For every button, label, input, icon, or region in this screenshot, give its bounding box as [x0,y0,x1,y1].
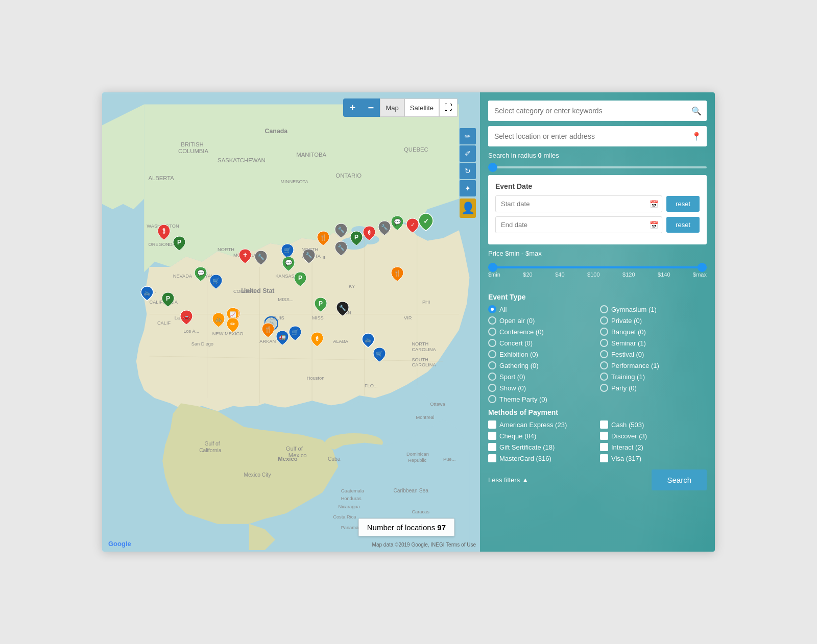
map-pin-truck: 🚛 [276,330,289,348]
filter-item-visa[interactable]: Visa (317) [600,454,707,462]
map-pin-chat1: 💬 [391,215,404,233]
map-pin-bitcoin2: ₿ [363,225,376,243]
svg-text:✓: ✓ [423,217,429,225]
zoom-in-button[interactable]: + [343,98,362,117]
filter-item-interact[interactable]: Interact (2) [600,443,707,451]
filter-item-performance[interactable]: Performance (1) [600,361,707,369]
svg-text:ONTARIO: ONTARIO [335,172,362,179]
map-pin-chat-green: 💬 [194,266,207,284]
svg-text:💬: 💬 [285,259,293,266]
svg-text:NORTH: NORTH [412,341,428,346]
svg-text:VIR: VIR [404,315,412,320]
svg-text:Dominican: Dominican [406,452,429,457]
location-search-input[interactable] [488,126,707,146]
svg-text:MANITOBA: MANITOBA [296,152,326,158]
price-section: Price $min - $max $min $20 $40 $100 $120… [488,250,707,288]
payment-grid: American Express (23) Cash (503) Cheque … [488,420,707,462]
event-type-grid: All Gymnasium (1) Open air (0) Private (… [488,305,707,403]
google-logo: Google [108,540,131,548]
radio-themeparty [488,395,496,403]
svg-text:🍴: 🍴 [320,234,327,241]
price-thumb-max[interactable] [698,263,707,272]
map-type-button[interactable]: Map [380,98,404,117]
radius-slider[interactable] [488,166,707,168]
filter-item-cash[interactable]: Cash (503) [600,420,707,429]
chevron-up-icon: ▲ [522,476,528,484]
category-search-icon-button[interactable]: 🔍 [691,106,702,116]
svg-text:Republic: Republic [408,458,426,463]
category-search-wrapper: 🔍 [488,101,707,121]
filter-item-gathering[interactable]: Gathering (0) [488,361,595,369]
checkbox-gift [488,443,496,451]
filter-item-banquet[interactable]: Banquet (0) [600,328,707,336]
filter-item-mastercard[interactable]: MasterCard (316) [488,454,595,462]
checkbox-interact [600,443,608,451]
category-search-input[interactable] [488,101,707,121]
filter-item-conference[interactable]: Conference (0) [488,328,595,336]
filter-item-openair[interactable]: Open air (0) [488,316,595,325]
filter-item-party[interactable]: Party (0) [600,384,707,392]
svg-text:COLUMBIA: COLUMBIA [178,148,208,154]
svg-text:Canada: Canada [265,128,288,135]
filter-item-themeparty[interactable]: Theme Party (0) [488,395,595,403]
start-date-row: 📅 reset [495,195,700,212]
end-date-reset-button[interactable]: reset [666,217,700,233]
fullscreen-button[interactable]: ⛶ [439,98,458,117]
svg-text:🔧: 🔧 [381,224,388,231]
filter-item-festival[interactable]: Festival (0) [600,350,707,358]
map-pin-wrench3: 🔧 [378,220,391,238]
refresh-tool-button[interactable]: ↻ [460,163,476,179]
svg-text:Pue...: Pue... [443,457,455,462]
map-pin-fork3: 🍴 [261,322,275,340]
svg-text:Guatemala: Guatemala [341,488,365,493]
svg-text:KY: KY [349,284,355,289]
end-date-input[interactable] [495,216,662,233]
svg-text:SASKATCHEWAN: SASKATCHEWAN [218,157,266,163]
price-labels: $min $20 $40 $100 $120 $140 $max [488,271,707,278]
filter-item-cheque[interactable]: Cheque (84) [488,432,595,440]
price-fill [488,266,707,268]
zoom-out-button[interactable]: − [362,98,380,117]
filter-item-seminar[interactable]: Seminar (1) [600,339,707,347]
radio-conference [488,328,496,336]
filter-item-gift[interactable]: Gift Sertificate (18) [488,443,595,451]
filter-item-sport[interactable]: Sport (0) [488,373,595,381]
filter-item-all[interactable]: All [488,305,595,313]
less-filters-link[interactable]: Less filters ▲ [488,476,528,484]
svg-text:+: + [243,251,247,259]
svg-text:🛒: 🛒 [212,277,220,284]
svg-text:BRITISH: BRITISH [181,141,204,147]
map-pin-fork1: 🍴 [317,230,330,249]
map-pin-p1: P [173,235,186,254]
edit-tool-button[interactable]: ✐ [460,145,476,162]
draw-tool-button[interactable]: ✏ [460,128,476,144]
svg-text:🚲: 🚲 [215,315,222,323]
map-pin-green-check: ✓ [418,212,434,234]
search-button[interactable]: Search [652,469,707,490]
satellite-type-button[interactable]: Satellite [404,98,439,117]
svg-text:SOUTH: SOUTH [412,357,428,362]
price-thumb-min[interactable] [488,263,497,272]
svg-text:MISS: MISS [312,315,324,320]
marker-tool-button[interactable]: ✦ [460,180,476,196]
radius-section: Search in radius 0 miles [488,152,707,170]
svg-text:🛒: 🛒 [284,246,291,254]
filter-item-exhibition[interactable]: Exhibition (0) [488,350,595,358]
radio-concert [488,339,496,347]
start-date-reset-button[interactable]: reset [666,196,700,212]
filter-item-discover[interactable]: Discover (3) [600,432,707,440]
filter-item-show[interactable]: Show (0) [488,384,595,392]
svg-text:🔧: 🔧 [339,304,346,311]
svg-text:PHI: PHI [422,300,430,305]
svg-text:🔧: 🔧 [257,253,265,260]
radio-training [600,373,608,381]
filter-item-amex[interactable]: American Express (23) [488,420,595,429]
svg-text:🔧: 🔧 [305,252,313,259]
filter-item-training[interactable]: Training (1) [600,373,707,381]
filter-item-concert[interactable]: Concert (0) [488,339,595,347]
svg-text:🚗: 🚗 [183,313,190,320]
filter-item-gymnasium[interactable]: Gymnasium (1) [600,305,707,313]
start-date-input[interactable] [495,195,662,212]
location-pin-button[interactable]: 📍 [691,132,702,141]
filter-item-private[interactable]: Private (0) [600,316,707,325]
